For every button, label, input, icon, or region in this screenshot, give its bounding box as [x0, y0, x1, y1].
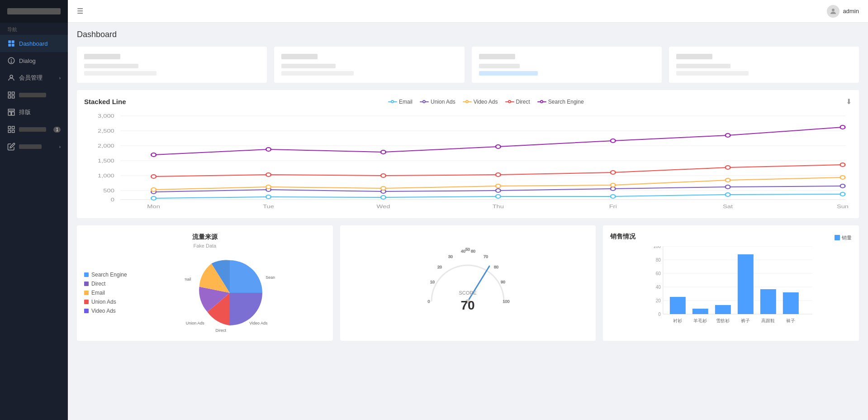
- sidebar-dashboard-label: Dashboard: [19, 40, 48, 47]
- topbar-left: ☰: [77, 7, 83, 15]
- svg-text:Direct: Direct: [216, 328, 227, 333]
- sidebar-item-dialog[interactable]: Dialog: [0, 52, 68, 69]
- svg-point-67: [726, 166, 730, 169]
- page-title: Dashboard: [77, 30, 859, 39]
- svg-text:50: 50: [465, 247, 470, 252]
- svg-text:60: 60: [656, 271, 661, 276]
- svg-point-65: [496, 173, 501, 177]
- stat-cards-row: [77, 47, 859, 83]
- main-content: ☰ admin Dashboard: [68, 0, 868, 420]
- stat-card-1: [77, 47, 267, 83]
- svg-rect-2: [8, 44, 11, 47]
- svg-rect-8: [8, 92, 10, 94]
- svg-text:100: 100: [503, 299, 510, 304]
- svg-point-71: [381, 150, 386, 154]
- legend-email-label: Email: [399, 99, 413, 105]
- bar-chart-header: 销售情况 销量: [610, 233, 852, 243]
- svg-rect-14: [12, 112, 14, 115]
- svg-text:40: 40: [461, 249, 465, 253]
- pie-legend-union: Union Ads: [84, 299, 127, 305]
- pie-legend-direct: Direct: [84, 281, 127, 287]
- pie-legend-email: Email: [84, 290, 127, 296]
- pie-section: Search Engine Direct Email Union Ad: [84, 252, 326, 334]
- svg-text:90: 90: [501, 280, 505, 284]
- sidebar-item-member[interactable]: 会员管理 ›: [0, 69, 68, 86]
- sidebar-item-dashboard[interactable]: Dashboard: [0, 35, 68, 52]
- svg-text:Search Engine: Search Engine: [266, 275, 275, 280]
- svg-point-70: [266, 148, 271, 151]
- svg-text:0: 0: [428, 299, 430, 304]
- svg-text:Sun: Sun: [837, 204, 849, 210]
- legend-union: Union Ads: [420, 99, 455, 105]
- svg-point-44: [496, 195, 501, 198]
- sidebar-grid2-badge: 1: [53, 127, 61, 133]
- svg-point-57: [381, 186, 386, 190]
- svg-text:70: 70: [461, 298, 475, 312]
- svg-point-62: [151, 175, 156, 178]
- stacked-line-section: Stacked Line Email Union Ads: [77, 90, 859, 218]
- download-icon[interactable]: ⬇: [846, 97, 852, 106]
- edit-chevron-icon: ›: [59, 144, 61, 149]
- legend-video-label: Video Ads: [474, 99, 498, 105]
- pie-svg-container: Search Engine Video Ads Union Ads Email …: [134, 252, 326, 334]
- sidebar-item-grid1[interactable]: [0, 86, 68, 104]
- svg-point-41: [151, 196, 156, 200]
- svg-text:裤子: 裤子: [741, 318, 750, 323]
- svg-point-47: [840, 192, 845, 196]
- svg-rect-10: [8, 96, 10, 98]
- svg-text:2,000: 2,000: [98, 143, 114, 149]
- svg-point-6: [11, 62, 12, 62]
- svg-text:Wed: Wed: [376, 204, 390, 210]
- sidebar-item-layout[interactable]: 排版: [0, 104, 68, 121]
- svg-text:Tue: Tue: [263, 204, 274, 210]
- svg-text:3,000: 3,000: [98, 113, 114, 119]
- pie-svg: Search Engine Video Ads Union Ads Email …: [185, 252, 275, 334]
- svg-point-55: [151, 188, 156, 191]
- svg-rect-3: [12, 44, 14, 47]
- svg-text:20: 20: [656, 298, 661, 303]
- svg-rect-115: [738, 254, 754, 314]
- svg-text:1,500: 1,500: [98, 158, 114, 164]
- bar-legend-color: [835, 235, 840, 240]
- menu-icon[interactable]: ☰: [77, 7, 83, 15]
- sidebar-grid1-label: [19, 93, 46, 97]
- sidebar-logo: [0, 0, 68, 23]
- svg-text:Thu: Thu: [493, 204, 504, 210]
- bar-chart-legend: 销量: [835, 234, 852, 241]
- svg-point-66: [611, 171, 616, 174]
- stat-card-4: [669, 47, 859, 83]
- bar-chart-svg: 100 80 60 40 20 0 衬衫 羊毛衫: [610, 246, 852, 328]
- svg-text:高跟鞋: 高跟鞋: [761, 318, 775, 323]
- pie-legend-search: Search Engine: [84, 272, 127, 278]
- stacked-line-legend: Email Union Ads Video Ads: [388, 99, 584, 105]
- svg-text:衬衫: 衬衫: [673, 318, 682, 323]
- svg-point-53: [726, 185, 730, 189]
- svg-point-59: [611, 183, 616, 187]
- svg-text:70: 70: [484, 254, 488, 259]
- sidebar-item-edit[interactable]: ›: [0, 138, 68, 155]
- svg-text:80: 80: [494, 265, 498, 269]
- svg-point-54: [840, 184, 845, 188]
- svg-text:Email: Email: [185, 277, 191, 282]
- user-avatar: [827, 5, 840, 18]
- svg-rect-117: [760, 289, 776, 314]
- gauge-card: 0 10 20 30 40 50 60 70 80 90 100: [340, 225, 596, 341]
- svg-text:0: 0: [111, 197, 114, 203]
- legend-union-label: Union Ads: [431, 99, 455, 105]
- legend-video: Video Ads: [463, 99, 498, 105]
- svg-rect-1: [12, 40, 14, 43]
- bar-chart-container: 100 80 60 40 20 0 衬衫 羊毛衫: [610, 246, 852, 329]
- svg-text:羊毛衫: 羊毛衫: [693, 318, 707, 323]
- svg-line-92: [468, 266, 489, 301]
- sidebar-nav-label: 导航: [0, 23, 68, 35]
- pie-chart-card: 流量来源 Fake Data Search Engine Direct: [77, 225, 333, 341]
- sidebar-item-grid2[interactable]: 1: [0, 121, 68, 138]
- stat-card-2: [274, 47, 464, 83]
- svg-text:雪纺衫: 雪纺衫: [716, 318, 730, 323]
- svg-rect-119: [783, 292, 799, 314]
- line-chart-svg: 3,000 2,500 2,000 1,500 1,000 500 0 Mon …: [84, 111, 852, 211]
- svg-rect-12: [8, 109, 14, 111]
- svg-point-46: [726, 193, 730, 196]
- stacked-line-title: Stacked Line: [84, 98, 126, 105]
- svg-text:Mon: Mon: [147, 204, 160, 210]
